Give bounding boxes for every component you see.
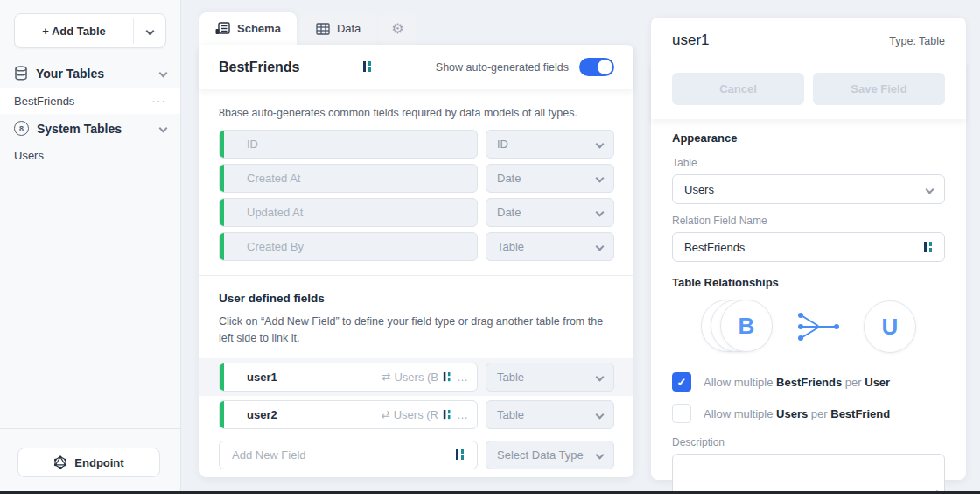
table-item-label: Users	[14, 149, 166, 162]
relation-hint: ⇄ Users (R …	[382, 408, 477, 421]
field-name-input: ID	[219, 130, 478, 159]
checkbox[interactable]: ✓	[672, 404, 691, 423]
one-circle: U	[864, 300, 916, 353]
chevron-down-icon	[926, 185, 934, 194]
schema-card-body: 8base auto-generates common fields requi…	[200, 89, 634, 469]
field-type-value: ID	[497, 138, 508, 151]
field-type-label: Type: Table	[889, 35, 945, 47]
description-wrap	[672, 454, 945, 494]
ellipsis: …	[457, 408, 468, 421]
field-name: ID	[224, 138, 258, 151]
user-field-row-user1[interactable]: user1 ⇄ Users (B … Table	[200, 358, 634, 396]
cancel-button[interactable]: Cancel	[672, 73, 804, 105]
field-type-value: Table	[497, 408, 524, 421]
auto-field-row: Updated At Date	[219, 198, 614, 227]
auto-fields-toggle[interactable]	[579, 58, 614, 76]
add-table-button[interactable]: + Add Table	[14, 13, 166, 48]
field-name-input[interactable]: user2 ⇄ Users (R …	[219, 400, 478, 429]
table-label: Table	[672, 152, 945, 174]
sidebar-item-bestfriends[interactable]: BestFriends ···	[0, 88, 180, 114]
relationship-graphic: B U	[672, 291, 945, 366]
field-type-select[interactable]: Table	[486, 232, 614, 261]
sidebar-section-system-tables[interactable]: 8 System Tables	[0, 114, 180, 143]
table-item-label: BestFriends	[14, 95, 151, 108]
add-field-row: Select Data Type	[219, 441, 614, 469]
chevron-down-icon	[596, 243, 605, 251]
system-tables-icon: 8	[14, 121, 29, 136]
auto-fields-toggle-group: Show auto-generated fields	[436, 58, 614, 76]
field-type-select[interactable]: ID	[486, 130, 614, 159]
field-name: Created At	[224, 172, 300, 185]
graphql-icon	[53, 455, 67, 469]
field-name-input[interactable]: user1 ⇄ Users (B …	[219, 363, 478, 392]
app-page: + Add Table Your Tables BestFriends ··· …	[0, 0, 980, 494]
chevron-down-icon	[596, 410, 605, 419]
relation-hint-text: Users (B	[394, 370, 438, 384]
schema-card-header: BestFriends Show auto-generated fields	[200, 45, 634, 89]
sidebar-item-users[interactable]: Users	[0, 143, 180, 168]
field-type-value: Date	[497, 206, 521, 219]
description-textarea[interactable]	[672, 454, 945, 494]
field-type-select[interactable]: Table	[486, 363, 614, 392]
toggle-label: Show auto-generated fields	[436, 61, 569, 74]
toggle-knob	[598, 60, 612, 74]
field-name: Updated At	[224, 206, 303, 219]
field-type-value: Table	[497, 370, 524, 384]
sidebar-divider	[0, 428, 180, 429]
checkbox[interactable]: ✓	[672, 372, 691, 392]
save-field-button[interactable]: Save Field	[813, 73, 945, 105]
tab-data[interactable]: Data	[300, 12, 376, 45]
chevron-down-icon	[596, 140, 605, 149]
field-name-input: Updated At	[219, 198, 478, 227]
user-field-row-user2[interactable]: user2 ⇄ Users (R … Table	[200, 396, 634, 434]
field-type-select[interactable]: Date	[486, 198, 614, 227]
field-title: user1	[672, 32, 710, 49]
field-name: user1	[224, 370, 277, 384]
auto-field-row: Created By Table	[219, 232, 614, 261]
data-type-select[interactable]: Select Data Type	[486, 441, 614, 469]
data-type-placeholder: Select Data Type	[497, 448, 584, 462]
sidebar-section-your-tables[interactable]: Your Tables	[0, 59, 180, 88]
add-field-input-wrap	[219, 441, 478, 469]
field-type-select[interactable]: Table	[486, 400, 614, 429]
relation-hint: ⇄ Users (B …	[382, 370, 477, 384]
chevron-down-icon	[145, 26, 154, 35]
add-field-input[interactable]	[232, 448, 455, 462]
tab-settings[interactable]: ⚙	[380, 12, 415, 45]
sidebar: + Add Table Your Tables BestFriends ··· …	[0, 0, 181, 494]
tab-bar: Schema Data ⚙	[200, 12, 634, 45]
chevron-down-icon	[596, 208, 605, 217]
table-grid-icon	[316, 23, 330, 35]
detail-actions: Cancel Save Field	[651, 60, 966, 119]
chevron-down-icon	[159, 69, 168, 78]
checkbox-label: Allow multiple Users per BestFriend	[704, 407, 890, 420]
field-name: user2	[224, 408, 277, 421]
relation-icon	[455, 448, 466, 462]
endpoint-label: Endpoint	[74, 456, 123, 469]
field-type-select[interactable]: Date	[486, 164, 614, 193]
ellipsis: …	[457, 370, 468, 384]
add-table-label: + Add Table	[15, 14, 133, 47]
relation-icon	[362, 60, 374, 74]
schema-panel: Schema Data ⚙ BestFriends	[200, 12, 634, 477]
relation-icon	[443, 409, 452, 420]
add-table-dropdown[interactable]	[134, 14, 165, 47]
table-select-value: Users	[684, 183, 714, 196]
chevron-down-icon	[596, 450, 605, 459]
more-options-icon[interactable]: ···	[151, 94, 166, 108]
table-select[interactable]: Users	[672, 174, 945, 204]
field-type-value: Table	[497, 240, 524, 253]
tab-label: Schema	[237, 22, 281, 35]
auto-field-row: ID ID	[219, 130, 614, 159]
relation-field-name-input[interactable]	[673, 241, 923, 254]
chevron-down-icon	[596, 174, 605, 183]
field-type-value: Date	[497, 172, 521, 185]
sync-icon: ⇄	[382, 408, 390, 420]
user-fields-title: User defined fields	[219, 276, 614, 314]
field-name-input: Created By	[219, 232, 478, 261]
relation-field-name-wrap	[672, 232, 945, 262]
tab-schema[interactable]: Schema	[200, 12, 297, 45]
chevron-down-icon	[159, 124, 168, 133]
relation-field-name-label: Relation Field Name	[672, 204, 945, 232]
endpoint-button[interactable]: Endpoint	[18, 448, 160, 477]
